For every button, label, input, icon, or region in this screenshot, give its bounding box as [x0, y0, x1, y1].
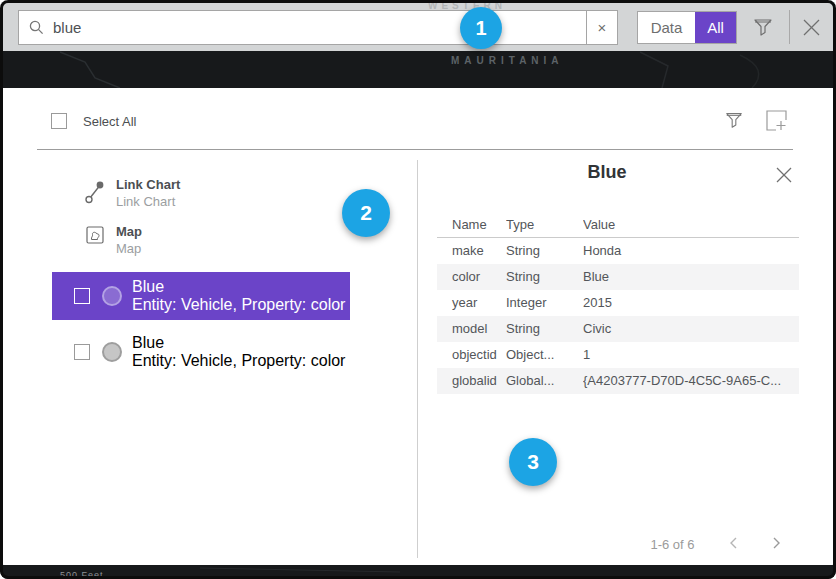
- list-item-subtitle: Entity: Vehicle, Property: color: [132, 352, 345, 370]
- list-item-map[interactable]: Map Map: [82, 223, 142, 257]
- cell-type: String: [506, 264, 583, 290]
- map-label-western: WESTERN: [428, 0, 506, 11]
- callout-badge-3: 3: [509, 438, 557, 486]
- toolbar-divider: [789, 10, 790, 44]
- row-checkbox[interactable]: [74, 288, 90, 304]
- list-item-link-chart[interactable]: Link Chart Link Chart: [82, 176, 180, 210]
- table-row: objectid Object... 1: [437, 342, 799, 368]
- table-row: globalid Global... {A4203777-D70D-4C5C-9…: [437, 368, 799, 394]
- table-row: make String Honda: [437, 238, 799, 264]
- table-header-row: Name Type Value: [437, 212, 799, 238]
- link-chart-icon: [82, 179, 108, 205]
- cell-type: Integer: [506, 290, 583, 316]
- search-clear-button[interactable]: ×: [586, 11, 617, 44]
- map-scale-label: 500 Feet: [60, 570, 104, 579]
- cell-name: color: [437, 264, 506, 290]
- column-header-value: Value: [583, 212, 799, 237]
- list-item-subtitle: Entity: Vehicle, Property: color: [132, 296, 345, 314]
- results-filter-icon[interactable]: [724, 110, 744, 133]
- detail-close-icon[interactable]: [775, 166, 793, 187]
- entity-dot-icon: [102, 342, 122, 362]
- list-item-title: Map: [116, 223, 142, 240]
- cell-value: 2015: [583, 290, 799, 316]
- header-divider: [37, 149, 793, 150]
- scope-data-button[interactable]: Data: [638, 12, 695, 43]
- cell-value: Honda: [583, 238, 799, 264]
- cell-name: objectid: [437, 342, 506, 368]
- cell-value: {A4203777-D70D-4C5C-9A65-C...: [583, 368, 799, 394]
- cell-name: year: [437, 290, 506, 316]
- close-search-icon[interactable]: [801, 17, 822, 41]
- scope-all-button[interactable]: All: [695, 12, 736, 43]
- page-prev-icon[interactable]: [726, 535, 742, 554]
- add-to-selection-icon[interactable]: [766, 110, 787, 134]
- detail-title: Blue: [437, 162, 777, 183]
- map-label-mauritania: MAURITANIA: [451, 55, 564, 66]
- list-item-blue-selected[interactable]: Blue Entity: Vehicle, Property: color: [52, 272, 350, 320]
- search-icon: [19, 19, 53, 36]
- cell-name: globalid: [437, 368, 506, 394]
- page-next-icon[interactable]: [768, 535, 784, 554]
- row-checkbox[interactable]: [74, 344, 90, 360]
- cell-name: make: [437, 238, 506, 264]
- table-row: model String Civic: [437, 316, 799, 342]
- cell-type: String: [506, 316, 583, 342]
- list-item-title: Blue: [132, 278, 345, 296]
- select-all-label: Select All: [83, 114, 136, 129]
- callout-badge-2: 2: [342, 189, 390, 237]
- search-box: ×: [18, 10, 618, 45]
- callout-badge-1: 1: [460, 7, 502, 49]
- attribute-table: Name Type Value make String Honda color …: [437, 212, 799, 394]
- list-item-title: Link Chart: [116, 176, 180, 193]
- map-icon: [82, 226, 108, 244]
- cell-name: model: [437, 316, 506, 342]
- search-results-panel: Select All: [0, 88, 836, 565]
- app-window: MAURITANIA 500 Feet WESTERN × Data All: [0, 0, 836, 579]
- cell-value: 1: [583, 342, 799, 368]
- table-row: color String Blue: [437, 264, 799, 290]
- column-header-name: Name: [437, 212, 506, 237]
- search-input[interactable]: [53, 11, 586, 44]
- list-detail-divider: [417, 160, 418, 558]
- list-item-blue[interactable]: Blue Entity: Vehicle, Property: color: [52, 328, 350, 376]
- search-scope-toggle: Data All: [637, 11, 737, 44]
- cell-value: Civic: [583, 316, 799, 342]
- select-all-checkbox[interactable]: [51, 113, 67, 129]
- list-item-subtitle: Map: [116, 240, 142, 257]
- filter-icon[interactable]: [752, 16, 774, 41]
- search-toolbar: WESTERN × Data All: [0, 0, 836, 51]
- cell-value: Blue: [583, 264, 799, 290]
- list-item-subtitle: Link Chart: [116, 193, 180, 210]
- cell-type: Object...: [506, 342, 583, 368]
- table-row: year Integer 2015: [437, 290, 799, 316]
- cell-type: String: [506, 238, 583, 264]
- column-header-type: Type: [506, 212, 583, 237]
- entity-dot-icon: [102, 286, 122, 306]
- cell-type: Global...: [506, 368, 583, 394]
- pagination-label: 1-6 of 6: [630, 537, 715, 552]
- table-body: make String Honda color String Blue year…: [437, 238, 799, 394]
- list-item-title: Blue: [132, 334, 345, 352]
